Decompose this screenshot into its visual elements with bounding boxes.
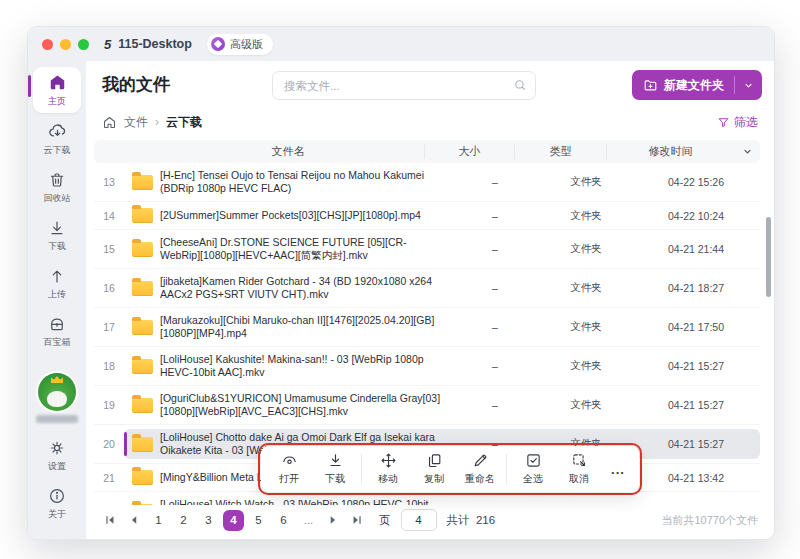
toolbar-item-label: 下载 — [325, 472, 345, 486]
next-page-icon — [327, 514, 339, 526]
cancel-selection-button[interactable]: 取消 — [557, 452, 601, 486]
close-window-button[interactable] — [42, 39, 53, 50]
table-row[interactable]: 13 [H-Enc] Tensei Oujo to Tensai Reijou … — [94, 163, 760, 202]
file-name[interactable]: [H-Enc] Tensei Oujo to Tensai Reijou no … — [160, 169, 450, 195]
sidebar: 主页 云下载 回收站 下载 上传 百宝箱 — [28, 61, 86, 539]
toolbar-item-label: 打开 — [279, 472, 299, 486]
sidebar-item-upload[interactable]: 上传 — [33, 261, 81, 306]
toolbar-item-label: 移动 — [378, 472, 398, 486]
prev-page-button[interactable] — [124, 510, 144, 530]
file-type: 文件夹 — [540, 359, 632, 373]
first-page-icon — [104, 514, 116, 526]
column-header-type[interactable]: 类型 — [514, 144, 606, 159]
sidebar-item-settings[interactable]: 设置 — [33, 433, 81, 478]
folder-icon — [132, 281, 153, 296]
sidebar-item-treasure-box[interactable]: 百宝箱 — [33, 309, 81, 354]
toolbar-item-label: 重命名 — [465, 472, 495, 486]
row-index: 13 — [94, 176, 124, 188]
file-modified: 04-22 15:26 — [632, 176, 760, 188]
move-arrows-icon — [380, 452, 397, 469]
sidebar-item-download[interactable]: 下载 — [33, 213, 81, 258]
sidebar-item-about[interactable]: 关于 — [33, 481, 81, 526]
search-input[interactable] — [272, 71, 536, 100]
files-count-summary: 当前共10770个文件 — [661, 513, 758, 528]
page-number-button[interactable]: 3 — [198, 510, 219, 531]
page-number-button[interactable]: 4 — [223, 510, 244, 531]
page-number-input[interactable] — [401, 509, 437, 531]
chevron-down-icon — [742, 146, 753, 157]
main-panel: 我的文件 新建文件夹 — [86, 61, 774, 539]
minimize-window-button[interactable] — [60, 39, 71, 50]
new-folder-button[interactable]: 新建文件夹 — [632, 70, 734, 100]
column-settings-button[interactable] — [734, 146, 760, 157]
toolbar-item-label: 复制 — [424, 472, 444, 486]
file-name[interactable]: [OguriClub&S1YURICON] Umamusume Cinderel… — [160, 392, 450, 418]
table-row[interactable]: 19 [OguriClub&S1YURICON] Umamusume Cinde… — [94, 386, 760, 425]
new-folder-dropdown-button[interactable] — [735, 70, 762, 100]
search-box — [272, 71, 536, 100]
breadcrumb-root[interactable]: 文件 — [124, 114, 148, 131]
sidebar-item-cloud-download[interactable]: 云下载 — [33, 116, 81, 162]
filter-button[interactable]: 筛选 — [717, 114, 758, 131]
file-name[interactable]: [2USummer]Summer Pockets[03][CHS][JP][10… — [160, 209, 450, 222]
deselect-icon — [571, 452, 588, 469]
file-size: – — [450, 243, 540, 255]
vertical-scrollbar[interactable] — [766, 217, 771, 297]
select-all-button[interactable]: 全选 — [511, 452, 555, 486]
file-name[interactable]: [Marukazoku][Chibi Maruko-chan II][1476]… — [160, 314, 450, 340]
table-row[interactable]: 15 [CheeseAni] Dr.STONE SCIENCE FUTURE [… — [94, 230, 760, 269]
file-type: 文件夹 — [540, 209, 632, 223]
zoom-window-button[interactable] — [78, 39, 89, 50]
first-page-button[interactable] — [100, 510, 120, 530]
pagination-bar: 123456... 页 共计 216 当前共10770个文件 — [86, 505, 774, 539]
file-modified: 04-22 10:24 — [632, 210, 760, 222]
breadcrumb-separator: › — [155, 115, 159, 129]
page-number-button[interactable]: 6 — [273, 510, 294, 531]
move-button[interactable]: 移动 — [366, 452, 410, 486]
table-row[interactable]: 17 [Marukazoku][Chibi Maruko-chan II][14… — [94, 308, 760, 347]
premium-badge[interactable]: 高级版 — [207, 34, 273, 55]
column-header-name[interactable]: 文件名 — [160, 144, 424, 159]
open-button[interactable]: 打开 — [267, 452, 311, 486]
page-number-button[interactable]: 5 — [248, 510, 269, 531]
pencil-icon — [472, 452, 489, 469]
copy-button[interactable]: 复制 — [412, 452, 456, 486]
upload-icon — [48, 267, 66, 285]
table-header: 文件名 大小 类型 修改时间 — [94, 140, 760, 163]
table-row[interactable]: 18 [LoliHouse] Kakushite! Makina-san!! -… — [94, 347, 760, 386]
column-header-size[interactable]: 大小 — [424, 144, 514, 159]
more-actions-button[interactable]: ... — [603, 462, 633, 477]
next-page-button[interactable] — [323, 510, 343, 530]
file-modified: 04-21 13:42 — [632, 472, 760, 484]
prev-page-icon — [128, 514, 140, 526]
file-name[interactable]: [jibaketa]Kamen Rider Gotchard - 34 (BD … — [160, 275, 450, 301]
folder-icon — [132, 242, 153, 257]
open-preview-icon — [281, 452, 298, 469]
file-name[interactable]: [LoliHouse] Witch Watch - 03 [WebRip 108… — [160, 498, 450, 505]
row-index: 18 — [94, 360, 124, 372]
file-type: 文件夹 — [540, 281, 632, 295]
avatar[interactable] — [38, 373, 76, 411]
table-row[interactable]: 16 [jibaketa]Kamen Rider Gotchard - 34 (… — [94, 269, 760, 308]
row-index: 21 — [94, 472, 124, 484]
file-type: 文件夹 — [540, 398, 632, 412]
last-page-button[interactable] — [347, 510, 367, 530]
folder-icon — [132, 320, 153, 335]
row-index: 19 — [94, 399, 124, 411]
table-row[interactable]: 14 [2USummer]Summer Pockets[03][CHS][JP]… — [94, 202, 760, 230]
page-number-button[interactable]: 2 — [173, 510, 194, 531]
breadcrumb-home-button[interactable] — [102, 115, 117, 130]
file-name[interactable]: [LoliHouse] Kakushite! Makina-san!! - 03… — [160, 353, 450, 379]
page-number-button[interactable]: 1 — [148, 510, 169, 531]
download-button[interactable]: 下载 — [313, 452, 357, 486]
copy-icon — [426, 452, 443, 469]
folder-icon — [132, 208, 153, 223]
file-size: – — [450, 360, 540, 372]
column-header-modified[interactable]: 修改时间 — [606, 144, 734, 159]
username-redacted — [36, 415, 78, 423]
rename-button[interactable]: 重命名 — [458, 452, 502, 486]
file-name[interactable]: [CheeseAni] Dr.STONE SCIENCE FUTURE [05]… — [160, 236, 450, 262]
sidebar-item-recycle-bin[interactable]: 回收站 — [33, 165, 81, 210]
sidebar-item-label: 主页 — [48, 95, 66, 108]
sidebar-item-home[interactable]: 主页 — [33, 67, 81, 113]
